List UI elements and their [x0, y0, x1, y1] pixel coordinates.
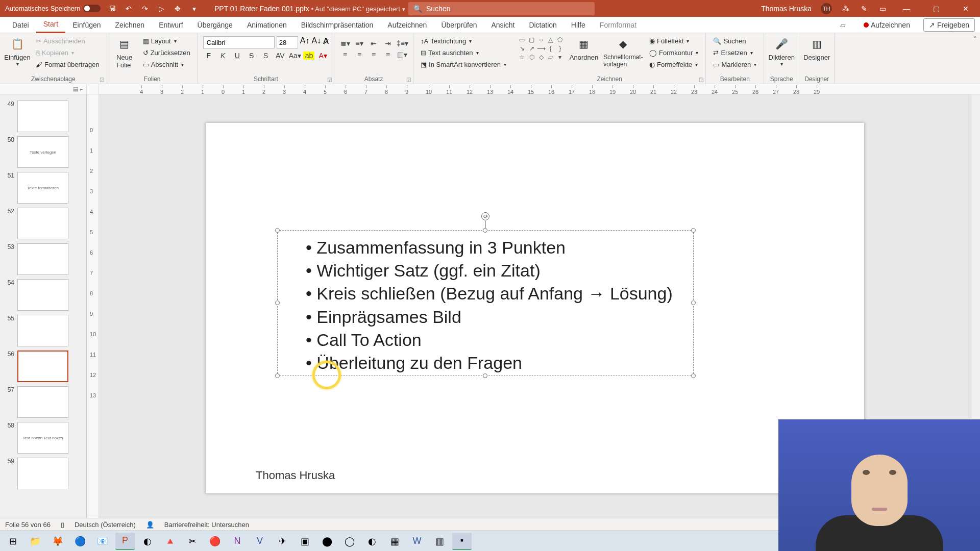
find-button[interactable]: 🔍Suchen: [711, 36, 758, 46]
record-button[interactable]: Aufzeichnen: [859, 19, 915, 31]
shape-icon[interactable]: ○: [537, 36, 545, 43]
text-direction-button[interactable]: ↕ATextrichtung: [419, 36, 508, 46]
accessibility-label[interactable]: Barrierefreiheit: Untersuchen: [164, 521, 249, 529]
designer-button[interactable]: ▥Designer: [804, 36, 829, 61]
align-left-button[interactable]: ≡: [339, 51, 351, 59]
vertical-ruler[interactable]: 012345678910111213: [87, 94, 99, 518]
window-icon[interactable]: ▭: [878, 4, 887, 13]
app-icon[interactable]: ◐: [138, 533, 157, 550]
tab-zeichnen[interactable]: Zeichnen: [108, 17, 152, 33]
shapes-gallery[interactable]: ▭▢○△⬠ ↘↗⟶{} ☆⬡◇▱▾: [519, 36, 565, 61]
increase-indent-button[interactable]: ⇥: [382, 39, 394, 47]
shadow-button[interactable]: S: [260, 52, 272, 60]
outlook-icon[interactable]: 📧: [93, 533, 112, 550]
select-button[interactable]: ▭Markieren: [711, 60, 758, 69]
bullet-item[interactable]: Wichtiger Satz (ggf. ein Zitat): [306, 259, 673, 282]
tab-dictation[interactable]: Dictation: [522, 17, 564, 33]
shape-icon[interactable]: ▢: [528, 36, 535, 43]
tab-uebergaenge[interactable]: Übergänge: [190, 17, 240, 33]
resize-handle[interactable]: [691, 300, 696, 305]
bullet-item[interactable]: Kreis schließen (Bezug auf Anfang → Lösu…: [306, 282, 673, 305]
shape-icon[interactable]: ⬡: [528, 54, 535, 61]
tab-start[interactable]: Start: [36, 17, 66, 33]
touch-mode-icon[interactable]: ✥: [173, 4, 182, 13]
shape-more-icon[interactable]: ▾: [556, 54, 564, 61]
app-icon[interactable]: ▥: [430, 533, 449, 550]
telegram-icon[interactable]: ✈: [273, 533, 292, 550]
close-button[interactable]: ✕: [955, 0, 976, 17]
app-icon[interactable]: ▦: [385, 533, 404, 550]
maximize-button[interactable]: ▢: [926, 0, 946, 17]
resize-handle[interactable]: [483, 228, 487, 233]
dialog-launcher-icon[interactable]: ◲: [326, 76, 333, 83]
font-color-button[interactable]: A▾: [317, 52, 329, 60]
ribbon-display-icon[interactable]: ▱: [840, 21, 850, 29]
slide-thumbnail-panel[interactable]: 4950Texte verlegen51Texte formatieren525…: [0, 94, 87, 518]
shape-icon[interactable]: ⟶: [537, 45, 545, 52]
search-input[interactable]: [426, 5, 590, 13]
smartart-button[interactable]: ⬔In SmartArt konvertieren: [419, 60, 508, 69]
new-slide-button[interactable]: ▤ Neue Folie: [112, 36, 137, 69]
copy-button[interactable]: ⎘Kopieren: [34, 48, 102, 58]
dialog-launcher-icon[interactable]: ◲: [99, 76, 106, 83]
shape-icon[interactable]: ☆: [519, 54, 526, 61]
share-button[interactable]: ↗Freigeben: [923, 18, 975, 32]
slide-thumbnail[interactable]: 56: [0, 348, 86, 384]
tab-hilfe[interactable]: Hilfe: [564, 17, 593, 33]
shrink-font-icon[interactable]: A↓: [311, 36, 321, 48]
vlc-icon[interactable]: 🔺: [160, 533, 180, 550]
search-box[interactable]: 🔍: [408, 2, 595, 15]
clear-formatting-icon[interactable]: A̷: [323, 36, 329, 48]
paste-button[interactable]: 📋 Einfügen ▾: [5, 36, 30, 67]
bullet-item[interactable]: Zusammenfassung in 3 Punkten: [306, 236, 673, 259]
slide-thumbnail[interactable]: 50Texte verlegen: [0, 134, 86, 170]
file-explorer-icon[interactable]: 📁: [26, 533, 45, 550]
slide-counter[interactable]: Folie 56 von 66: [5, 521, 51, 529]
save-icon[interactable]: 🖫: [108, 4, 117, 13]
tab-stop-icon[interactable]: ⌐: [80, 86, 83, 92]
minimize-button[interactable]: —: [896, 0, 917, 17]
toggle-icon[interactable]: [83, 5, 101, 12]
shape-fill-button[interactable]: ◉Fülleffekt: [647, 36, 700, 46]
powerpoint-icon[interactable]: P: [115, 533, 135, 550]
tab-animationen[interactable]: Animationen: [240, 17, 294, 33]
redo-icon[interactable]: ↷: [140, 4, 150, 13]
outline-toggle-icon[interactable]: ▤: [73, 86, 78, 92]
resize-handle[interactable]: [275, 228, 280, 233]
word-icon[interactable]: W: [407, 533, 427, 550]
collapse-ribbon-icon[interactable]: ˄: [973, 35, 977, 43]
align-right-button[interactable]: ≡: [368, 51, 379, 59]
obs-icon[interactable]: ⬤: [317, 533, 337, 550]
slide-thumbnail[interactable]: 49: [0, 98, 86, 134]
slide-thumbnail[interactable]: 55: [0, 313, 86, 348]
bullet-item[interactable]: Call To Action: [306, 329, 673, 352]
language-label[interactable]: Deutsch (Österreich): [75, 521, 136, 529]
shape-icon[interactable]: ▱: [547, 54, 554, 61]
horizontal-ruler[interactable]: 4321012345678910111213141516171819202122…: [99, 84, 971, 94]
snipping-icon[interactable]: ✂: [183, 533, 202, 550]
bold-button[interactable]: F: [203, 52, 214, 60]
start-from-beginning-icon[interactable]: ▷: [157, 4, 166, 13]
rotate-handle[interactable]: ⟳: [481, 212, 489, 220]
tab-ansicht[interactable]: Ansicht: [484, 17, 522, 33]
shape-effects-button[interactable]: ◐Formeffekte: [647, 60, 700, 69]
resize-handle[interactable]: [275, 373, 280, 378]
columns-button[interactable]: ▥▾: [397, 51, 408, 59]
tab-entwurf[interactable]: Entwurf: [152, 17, 190, 33]
start-menu-button[interactable]: ⊞: [3, 533, 22, 550]
tab-einfuegen[interactable]: Einfügen: [65, 17, 108, 33]
terminal-icon[interactable]: ▪: [452, 533, 472, 550]
shape-icon[interactable]: ◇: [537, 54, 545, 61]
undo-icon[interactable]: ↶: [124, 4, 133, 13]
align-text-button[interactable]: ⊟Text ausrichten: [419, 48, 508, 58]
slide-thumbnail[interactable]: 59: [0, 456, 86, 491]
align-center-button[interactable]: ≡: [354, 51, 365, 59]
dialog-launcher-icon[interactable]: ◲: [697, 76, 704, 83]
tab-bildschirmpraesentation[interactable]: Bildschirmpräsentation: [294, 17, 381, 33]
justify-button[interactable]: ≡: [382, 51, 394, 59]
spellcheck-icon[interactable]: ▯: [61, 521, 64, 529]
app-icon[interactable]: ◐: [362, 533, 382, 550]
bullet-item[interactable]: Überleitung zu den Fragen: [306, 352, 673, 374]
coming-soon-icon[interactable]: ⁂: [841, 4, 850, 13]
onenote-icon[interactable]: N: [228, 533, 247, 550]
